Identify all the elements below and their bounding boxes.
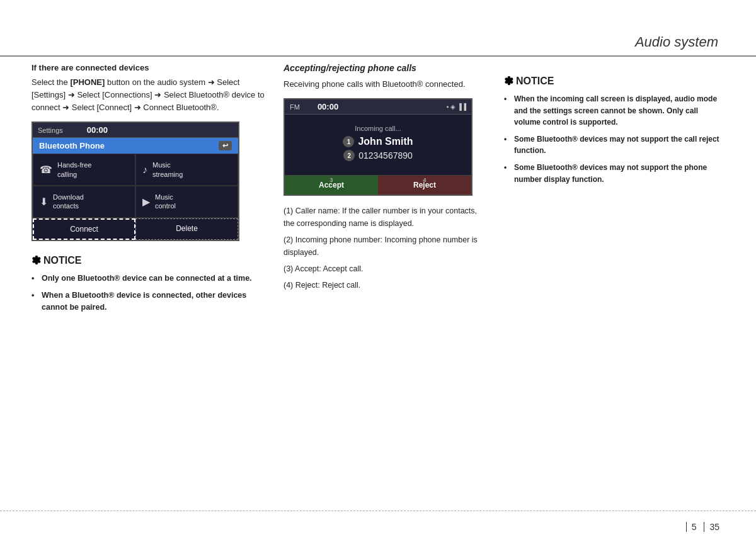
middle-body-text: Receiving phone calls with Bluetooth® co… [284,78,485,91]
left-body-text: Select the [PHONE] button on the audio s… [32,76,265,114]
back-button[interactable]: ↩ [219,141,232,150]
fm-label: FM [290,103,300,111]
phone-incoming: Incoming call... 1 John Smith 2 01234567… [285,115,471,175]
header: Audio system [0,0,756,57]
music-control-icon: ▶ [142,196,150,208]
handsfree-icon: ☎ [40,164,52,176]
left-notice-title: ✽ NOTICE [32,254,265,268]
music-streaming-label: Musicstreaming [152,161,183,179]
phone-actions: 3 Accept 4 Reject [285,175,471,195]
settings-options: ☎ Hands-freecalling ♪ Musicstreaming ⬇ D… [33,154,238,218]
footer: 5 35 [0,511,756,542]
left-notice-item-1: Only one Bluetooth® device can be connec… [32,273,265,285]
left-body-text-2: button on the audio system ➜ Select [Set… [32,77,265,112]
right-column: ✽ NOTICE When the incoming call screen i… [504,63,724,504]
chapter-number: 5 [686,522,702,532]
bluetooth-phone-bar: Bluetooth Phone ↩ [33,138,238,154]
phone-top-bar: FM 00:00 ▪ ◈ ▐▐ [285,99,471,115]
badge-4: 4 [423,177,426,183]
settings-option-download-contacts[interactable]: ⬇ Downloadcontacts [33,186,135,218]
number-row: 2 01234567890 [291,150,465,161]
download-contacts-icon: ⬇ [40,196,48,208]
right-notice-list: When the incoming call screen is display… [504,93,724,185]
middle-column: Accepting/rejecting phone calls Receivin… [284,63,485,504]
settings-top-bar: Settings 00:00 [33,123,238,138]
main-content: If there are connected devices Select th… [32,63,724,504]
settings-time: 00:00 [87,125,108,135]
settings-option-music-control[interactable]: ▶ Musiccontrol [135,186,238,218]
middle-italic-heading: Accepting/rejecting phone calls [284,63,485,73]
page-title: Audio system [635,34,718,50]
phone-screen: FM 00:00 ▪ ◈ ▐▐ Incoming call... 1 John … [284,98,472,196]
delete-button[interactable]: Delete [135,218,238,240]
handsfree-label: Hands-freecalling [57,161,91,179]
phone-bold: [PHONE] [70,77,105,87]
right-notice-box: ✽ NOTICE When the incoming call screen i… [504,74,724,185]
page-num: 35 [704,522,724,532]
connect-button[interactable]: Connect [33,218,135,240]
incoming-label: Incoming call... [291,125,465,132]
bluetooth-phone-label: Bluetooth Phone [39,141,105,150]
call-info-4: (4) Reject: Reject call. [284,279,485,291]
phone-time: 00:00 [318,102,338,111]
left-notice-item-2: When a Bluetooth® device is connected, o… [32,290,265,314]
call-info-2: (2) Incoming phone number: Incoming phon… [284,234,485,259]
settings-option-handsfree[interactable]: ☎ Hands-freecalling [33,154,135,186]
call-info-3: (3) Accept: Accept call. [284,263,485,275]
badge-3: 3 [329,177,333,183]
right-notice-star-icon: ✽ [504,74,513,88]
accept-button[interactable]: 3 Accept [285,176,378,195]
left-notice-list: Only one Bluetooth® device can be connec… [32,273,265,314]
call-info-1: (1) Caller name: If the caller number is… [284,205,485,230]
right-notice-item-2: Some Bluetooth® devices may not support … [504,133,724,157]
right-notice-title: ✽ NOTICE [504,74,724,88]
left-section-heading: If there are connected devices [32,63,265,72]
reject-button[interactable]: 4 Reject [378,176,471,195]
badge-1: 1 [343,136,354,147]
phone-number: 01234567890 [358,150,413,161]
left-column: If there are connected devices Select th… [32,63,265,504]
notice-star-icon: ✽ [32,254,41,268]
page-number: 5 35 [686,522,724,532]
settings-screen: Settings 00:00 Bluetooth Phone ↩ ☎ Hands… [32,121,239,240]
left-notice-label: NOTICE [43,255,81,266]
right-notice-item-3: Some Bluetooth® devices may not support … [504,162,724,185]
settings-option-music-streaming[interactable]: ♪ Musicstreaming [135,154,238,186]
settings-label: Settings [38,127,63,134]
right-notice-item-1: When the incoming call screen is display… [504,93,724,128]
caller-name-row: 1 John Smith [291,136,465,147]
right-notice-label: NOTICE [516,76,554,87]
settings-buttons: Connect Delete [33,218,238,240]
caller-name: John Smith [358,136,413,147]
music-streaming-icon: ♪ [142,164,147,176]
status-icons: ▪ ◈ ▐▐ [447,103,466,110]
badge-2: 2 [343,150,355,161]
music-control-label: Musiccontrol [155,193,176,211]
left-notice-box: ✽ NOTICE Only one Bluetooth® device can … [32,254,265,314]
download-contacts-label: Downloadcontacts [53,193,84,211]
